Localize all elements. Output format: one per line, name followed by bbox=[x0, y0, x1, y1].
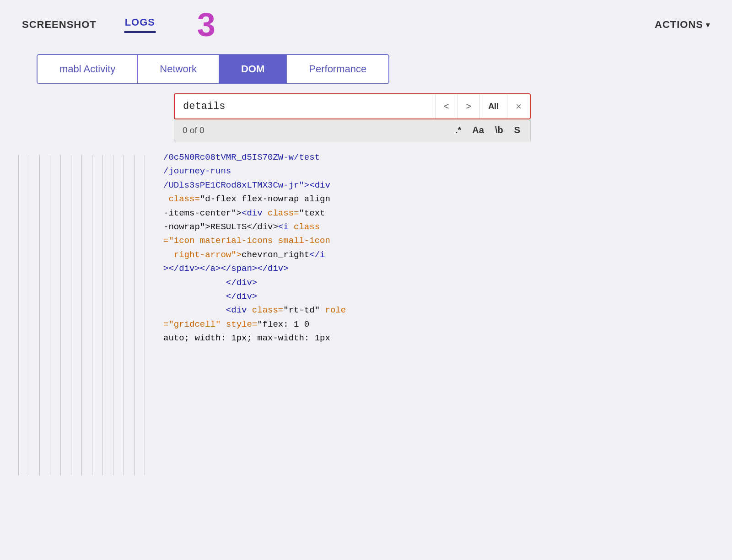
code-line-5: -items-center"><div class="text bbox=[163, 206, 714, 220]
code-line-11: </div> bbox=[163, 290, 714, 303]
indent-line-1 bbox=[18, 155, 19, 475]
indent-line-11 bbox=[124, 155, 124, 475]
actions-chevron-icon: ▾ bbox=[706, 21, 710, 29]
search-results-row: 0 of 0 .* Aa \b S bbox=[174, 119, 531, 141]
code-line-10: </div> bbox=[163, 276, 714, 290]
indent-line-8 bbox=[92, 155, 92, 475]
search-close-button[interactable]: × bbox=[507, 94, 530, 118]
indent-line-2 bbox=[29, 155, 29, 475]
code-line-7: ="icon material-icons small-icon bbox=[163, 234, 714, 248]
indent-line-10 bbox=[113, 155, 113, 475]
chevron-right-icon: > bbox=[466, 101, 471, 112]
indent-line-12 bbox=[134, 155, 135, 475]
regex-option[interactable]: .* bbox=[453, 124, 463, 136]
code-line-4: class="d-flex flex-nowrap align bbox=[163, 192, 714, 206]
top-bar: SCREENSHOT LOGS 3 ACTIONS ▾ bbox=[0, 0, 732, 41]
code-line-8: right-arrow">chevron_right</i bbox=[163, 248, 714, 262]
case-option[interactable]: Aa bbox=[470, 124, 486, 136]
search-next-button[interactable]: > bbox=[457, 94, 479, 118]
dom-content-area: /0c5N0Rc08tVMR_d5IS70ZW-w/test /journey-… bbox=[0, 141, 732, 485]
indent-line-5 bbox=[60, 155, 61, 475]
tabs-container: mabl Activity Network DOM Performance bbox=[37, 54, 389, 84]
top-bar-left: SCREENSHOT LOGS 3 bbox=[22, 8, 215, 41]
search-bar: < > All × bbox=[174, 93, 531, 119]
search-prev-button[interactable]: < bbox=[435, 94, 458, 118]
indent-lines bbox=[9, 151, 145, 475]
code-line-3: /UDls3sPE1CRod8xLTMX3Cw-jr"><div bbox=[163, 178, 714, 192]
search-bar-container: < > All × 0 of 0 .* Aa \b S bbox=[174, 93, 531, 141]
search-results-text: 0 of 0 bbox=[183, 125, 205, 135]
actions-label: ACTIONS bbox=[655, 19, 703, 31]
tab-network[interactable]: Network bbox=[138, 55, 219, 83]
all-label: All bbox=[488, 102, 499, 111]
search-input[interactable] bbox=[175, 94, 435, 118]
tab-dom[interactable]: DOM bbox=[219, 55, 287, 83]
indent-line-3 bbox=[39, 155, 40, 475]
s-option[interactable]: S bbox=[512, 124, 522, 136]
code-line-2: /journey-runs bbox=[163, 164, 714, 178]
logs-underline bbox=[124, 31, 156, 33]
indent-line-13 bbox=[145, 155, 145, 475]
indent-line-4 bbox=[50, 155, 50, 475]
search-all-button[interactable]: All bbox=[479, 94, 507, 118]
code-display: /0c5N0Rc08tVMR_d5IS70ZW-w/test /journey-… bbox=[163, 151, 714, 475]
indent-line-9 bbox=[102, 155, 103, 475]
tab-mabl-activity[interactable]: mabl Activity bbox=[38, 55, 138, 83]
screenshot-tab[interactable]: SCREENSHOT bbox=[22, 19, 97, 31]
word-option[interactable]: \b bbox=[493, 124, 505, 136]
code-line-9: ></div></a></span></div> bbox=[163, 262, 714, 275]
chevron-left-icon: < bbox=[444, 101, 449, 112]
badge-count: 3 bbox=[197, 8, 215, 41]
logs-label: LOGS bbox=[125, 16, 155, 28]
main-content: < > All × 0 of 0 .* Aa \b S bbox=[0, 93, 732, 505]
close-icon: × bbox=[516, 101, 522, 113]
code-line-12: <div class="rt-td" role bbox=[163, 303, 714, 317]
code-line-1: /0c5N0Rc08tVMR_d5IS70ZW-w/test bbox=[163, 151, 714, 164]
indent-line-6 bbox=[71, 155, 71, 475]
actions-menu[interactable]: ACTIONS ▾ bbox=[655, 19, 710, 31]
code-line-13: ="gridcell" style="flex: 1 0 bbox=[163, 318, 714, 331]
logs-tab[interactable]: LOGS bbox=[124, 16, 156, 33]
indent-line-7 bbox=[81, 155, 82, 475]
search-options: .* Aa \b S bbox=[453, 124, 522, 136]
code-line-6: -nowrap">RESULTS</div><i class bbox=[163, 220, 714, 234]
code-line-14: auto; width: 1px; max-width: 1px bbox=[163, 331, 714, 345]
tab-performance[interactable]: Performance bbox=[287, 55, 388, 83]
